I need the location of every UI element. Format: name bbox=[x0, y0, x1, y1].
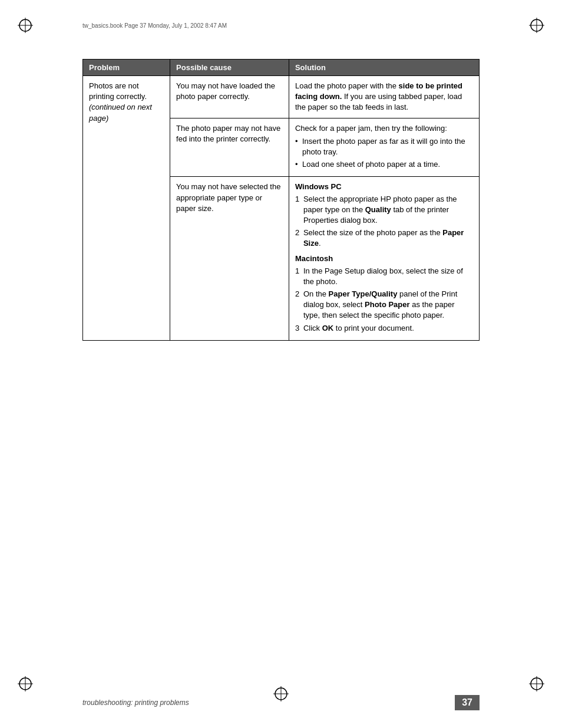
mac-step-num-1: 1 bbox=[295, 266, 299, 276]
mac-step-num-3: 3 bbox=[295, 323, 299, 334]
header-problem: Problem bbox=[83, 60, 170, 76]
paper-type-quality-bold: Paper Type/Quality bbox=[329, 289, 398, 298]
mac-step-2: 2 On the Paper Type/Quality panel of the… bbox=[295, 289, 473, 321]
solution-intro-2: Check for a paper jam, then try the foll… bbox=[295, 124, 447, 133]
windows-list: 1 Select the appropriate HP photo paper … bbox=[295, 194, 473, 249]
solution-list-item-2: Load one sheet of photo paper at a time. bbox=[295, 159, 473, 170]
quality-bold: Quality bbox=[365, 205, 391, 214]
photo-paper-bold: Photo Paper bbox=[365, 300, 410, 309]
header-solution: Solution bbox=[289, 60, 479, 76]
solution-cell-2: Check for a paper jam, then try the foll… bbox=[289, 118, 479, 177]
solution-cell-3: Windows PC 1 Select the appropriate HP p… bbox=[289, 177, 479, 340]
table-row-1: Photos are not printing correctly. (cont… bbox=[83, 76, 480, 118]
mac-list: 1 In the Page Setup dialog box, select t… bbox=[295, 266, 473, 334]
corner-mark-tr bbox=[528, 17, 546, 34]
footer: troubleshooting: printing problems 37 bbox=[82, 695, 480, 710]
step-num-2: 2 bbox=[295, 228, 299, 238]
cause-cell-1: You may not have loaded the photo paper … bbox=[170, 76, 289, 118]
windows-section: Windows PC 1 Select the appropriate HP p… bbox=[295, 182, 473, 249]
problem-text: Photos are not printing correctly. bbox=[89, 81, 147, 101]
mac-step-3: 3 Click OK to print your document. bbox=[295, 323, 473, 334]
windows-step-2: 2 Select the size of the photo paper as … bbox=[295, 228, 473, 249]
paper-size-bold: Paper Size bbox=[303, 228, 464, 248]
windows-step-2-text: Select the size of the photo paper as th… bbox=[303, 228, 464, 248]
header-cause: Possible cause bbox=[170, 60, 289, 76]
page-number: 37 bbox=[455, 695, 480, 710]
solution-bold-1: side to be printed facing down. bbox=[295, 81, 462, 101]
corner-mark-br bbox=[528, 675, 546, 693]
step-num-1: 1 bbox=[295, 194, 299, 205]
mac-step-1: 1 In the Page Setup dialog box, select t… bbox=[295, 266, 473, 287]
windows-step-1-text: Select the appropriate HP photo paper as… bbox=[303, 195, 457, 225]
cause-text-2: The photo paper may not have fed into th… bbox=[176, 124, 280, 143]
cause-cell-2: The photo paper may not have fed into th… bbox=[170, 118, 289, 177]
mac-step-2-text: On the Paper Type/Quality panel of the P… bbox=[303, 289, 457, 319]
table-header-row: Problem Possible cause Solution bbox=[83, 60, 480, 76]
solution-list-2: Insert the photo paper as far as it will… bbox=[295, 136, 473, 170]
mac-section: Macintosh 1 In the Page Setup dialog box… bbox=[295, 253, 473, 333]
mac-step-1-text: In the Page Setup dialog box, select the… bbox=[303, 266, 463, 286]
problem-continued: (continued on next page) bbox=[89, 103, 152, 122]
cause-text-1: You may not have loaded the photo paper … bbox=[176, 81, 275, 101]
mac-step-3-text: Click OK to print your document. bbox=[303, 324, 414, 332]
header-text: tw_basics.book Page 37 Monday, July 1, 2… bbox=[82, 22, 227, 29]
mac-heading: Macintosh bbox=[295, 254, 333, 263]
windows-step-1: 1 Select the appropriate HP photo paper … bbox=[295, 194, 473, 226]
footer-text: troubleshooting: printing problems bbox=[82, 699, 189, 707]
windows-heading: Windows PC bbox=[295, 182, 342, 191]
solution-text-1: Load the photo paper with the side to be… bbox=[295, 81, 462, 111]
solution-list-item-1: Insert the photo paper as far as it will… bbox=[295, 136, 473, 157]
corner-mark-tl bbox=[16, 17, 34, 34]
main-table: Problem Possible cause Solution Photos a… bbox=[82, 59, 480, 341]
cause-text-3: You may not have selected the appropriat… bbox=[176, 182, 280, 212]
ok-bold: OK bbox=[322, 324, 334, 332]
cause-cell-3: You may not have selected the appropriat… bbox=[170, 177, 289, 340]
corner-mark-bl bbox=[16, 675, 34, 693]
problem-cell: Photos are not printing correctly. (cont… bbox=[83, 76, 170, 341]
content-area: Problem Possible cause Solution Photos a… bbox=[82, 59, 480, 657]
solution-cell-1: Load the photo paper with the side to be… bbox=[289, 76, 479, 118]
mac-step-num-2: 2 bbox=[295, 289, 299, 299]
